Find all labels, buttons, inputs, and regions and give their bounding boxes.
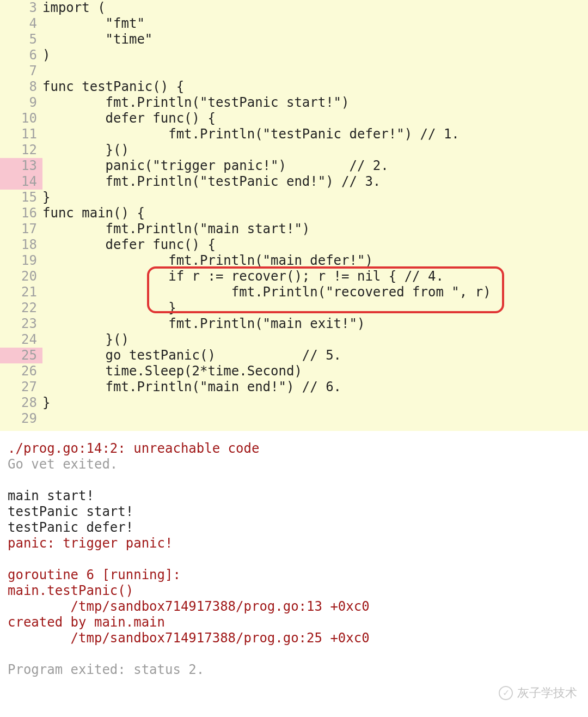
line-number: 26 [0,363,42,379]
line-number: 9 [0,95,42,111]
code-line: 5 "time" [0,32,588,47]
line-number: 25 [0,348,42,363]
code-text: import ( [42,0,106,16]
line-number: 16 [0,205,42,221]
line-number: 24 [0,332,42,348]
terminal-line [8,551,580,567]
line-number: 8 [0,79,42,95]
code-line: 6) [0,47,588,63]
code-text: }() [42,332,129,348]
code-text: "fmt" [42,16,145,32]
line-number: 14 [0,174,42,190]
code-text: } [42,395,50,411]
terminal-line [8,646,580,662]
code-line: 16func main() { [0,205,588,221]
line-number: 28 [0,395,42,411]
terminal-line: goroutine 6 [running]: [8,567,580,583]
terminal-line: panic: trigger panic! [8,536,580,551]
code-line: 15} [0,190,588,205]
code-line: 9 fmt.Println("testPanic start!") [0,95,588,111]
line-number: 13 [0,158,42,174]
code-text: fmt.Println("testPanic start!") [42,95,350,111]
code-text: func main() { [42,205,145,221]
code-text: time.Sleep(2*time.Second) [42,363,302,379]
code-text: fmt.Println("testPanic end!") // 3. [42,174,381,190]
terminal-line: Go vet exited. [8,457,580,472]
line-number: 23 [0,316,42,332]
terminal-line: testPanic start! [8,504,580,520]
line-number: 18 [0,237,42,253]
watermark-icon: ✓ [499,686,513,700]
line-number: 19 [0,253,42,269]
code-line: 17 fmt.Println("main start!") [0,221,588,237]
terminal-output: ./prog.go:14:2: unreachable codeGo vet e… [0,431,588,678]
code-text: fmt.Println("recovered from ", r) [42,284,491,300]
line-number: 12 [0,142,42,158]
code-text: ) [42,47,50,63]
line-number: 29 [0,411,42,427]
code-line: 19 fmt.Println("main defer!") [0,253,588,269]
code-text: } [42,190,50,205]
code-line: 29 [0,411,588,427]
terminal-line [8,472,580,488]
code-text: panic("trigger panic!") // 2. [42,158,389,174]
line-number: 20 [0,269,42,284]
code-text: if r := recover(); r != nil { // 4. [42,269,444,284]
code-line: 25 go testPanic() // 5. [0,348,588,363]
terminal-line: testPanic defer! [8,520,580,536]
code-line: 3import ( [0,0,588,16]
code-line: 22 } [0,300,588,316]
terminal-line: /tmp/sandbox714917388/prog.go:13 +0xc0 [8,599,580,615]
watermark: ✓ 灰子学技术 [499,685,577,701]
code-text: fmt.Println("main defer!") [42,253,373,269]
terminal-line: /tmp/sandbox714917388/prog.go:25 +0xc0 [8,630,580,646]
line-number: 21 [0,284,42,300]
code-line: 8func testPanic() { [0,79,588,95]
code-editor: 3import (4 "fmt"5 "time"6)78func testPan… [0,0,588,431]
code-line: 20 if r := recover(); r != nil { // 4. [0,269,588,284]
code-line: 14 fmt.Println("testPanic end!") // 3. [0,174,588,190]
code-line: 26 time.Sleep(2*time.Second) [0,363,588,379]
terminal-line: main start! [8,488,580,504]
code-text: defer func() { [42,111,216,126]
code-line: 11 fmt.Println("testPanic defer!") // 1. [0,126,588,142]
code-text: } [42,300,176,316]
terminal-line: Program exited: status 2. [8,662,580,678]
code-text: fmt.Println("main exit!") [42,316,365,332]
line-number: 22 [0,300,42,316]
code-text: fmt.Println("main start!") [42,221,310,237]
line-number: 5 [0,32,42,47]
code-line: 21 fmt.Println("recovered from ", r) [0,284,588,300]
line-number: 27 [0,379,42,395]
line-number: 11 [0,126,42,142]
code-line: 23 fmt.Println("main exit!") [0,316,588,332]
code-line: 28} [0,395,588,411]
terminal-line: created by main.main [8,615,580,630]
code-text: "time" [42,32,152,47]
line-number: 4 [0,16,42,32]
line-number: 7 [0,63,42,79]
code-line: 12 }() [0,142,588,158]
line-number: 3 [0,0,42,16]
code-line: 13 panic("trigger panic!") // 2. [0,158,588,174]
code-line: 10 defer func() { [0,111,588,126]
code-line: 4 "fmt" [0,16,588,32]
code-text: func testPanic() { [42,79,184,95]
code-text: fmt.Println("testPanic defer!") // 1. [42,126,460,142]
code-text: defer func() { [42,237,216,253]
watermark-text: 灰子学技术 [517,685,577,701]
line-number: 17 [0,221,42,237]
code-text: }() [42,142,129,158]
code-text: fmt.Println("main end!") // 6. [42,379,341,395]
code-line: 27 fmt.Println("main end!") // 6. [0,379,588,395]
line-number: 6 [0,47,42,63]
code-text: go testPanic() // 5. [42,348,341,363]
terminal-line: ./prog.go:14:2: unreachable code [8,441,580,457]
line-number: 10 [0,111,42,126]
line-number: 15 [0,190,42,205]
code-line: 24 }() [0,332,588,348]
terminal-line: main.testPanic() [8,583,580,599]
code-line: 7 [0,63,588,79]
code-line: 18 defer func() { [0,237,588,253]
